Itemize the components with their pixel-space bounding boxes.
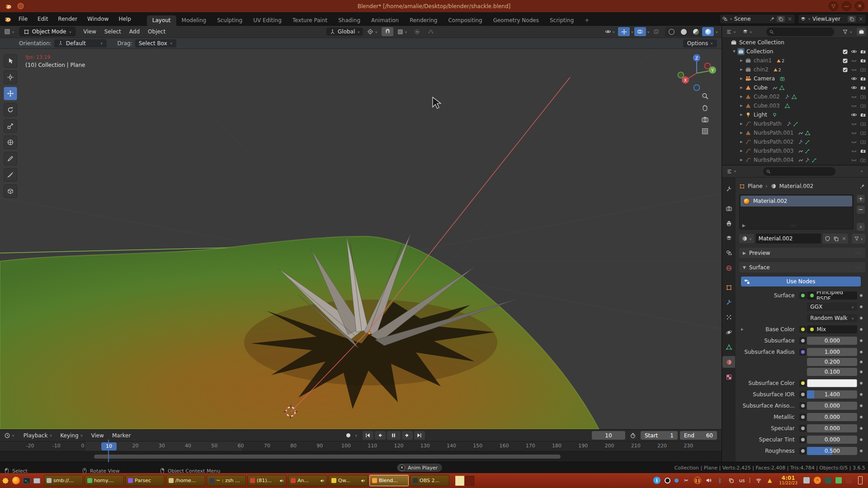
properties-options-dropdown[interactable]: ∨ — [860, 169, 863, 173]
properties-tab-modifiers[interactable] — [722, 296, 735, 308]
value-field[interactable]: 0.000 — [807, 337, 857, 345]
material-name-field[interactable]: Material.002 — [756, 234, 821, 244]
decorator-dot[interactable] — [857, 339, 865, 342]
camera-view-icon[interactable] — [701, 116, 709, 123]
timeline-menu-keying[interactable]: Keying∨ — [56, 430, 87, 441]
unlink-material-button[interactable]: × — [842, 235, 846, 242]
duplicate-material-button[interactable] — [833, 235, 839, 242]
properties-tab-texture[interactable] — [722, 371, 735, 383]
outliner-filter-mode-dropdown[interactable]: ∨ — [740, 28, 755, 36]
outliner-display-mode-dropdown[interactable]: ∨ — [724, 28, 738, 36]
pan-hand-icon[interactable] — [701, 104, 709, 112]
properties-tab-data[interactable] — [722, 341, 735, 353]
render-visibility-icon[interactable] — [860, 57, 866, 64]
overlays-toggle[interactable] — [634, 27, 646, 36]
outliner-item-cube-003[interactable]: ▶Cube.003 — [722, 101, 868, 110]
viewport-menu-object[interactable]: Object — [144, 26, 170, 38]
material-slot-item[interactable]: Material.002 — [741, 196, 852, 206]
outliner-item-nurbspath-001[interactable]: ▶NurbsPath.001 — [722, 128, 868, 137]
tool-measure[interactable] — [4, 168, 17, 182]
workspace-pager[interactable] — [455, 476, 474, 486]
eye-closed-icon[interactable] — [851, 103, 857, 109]
tool-annotate[interactable] — [4, 152, 17, 165]
show-desktop-button[interactable] — [858, 476, 863, 484]
snap-toggle[interactable] — [382, 27, 393, 36]
remove-slot-button[interactable]: − — [856, 205, 865, 214]
ortho-grid-icon[interactable] — [701, 127, 709, 135]
eye-closed-icon[interactable] — [851, 148, 857, 155]
window-titlebar[interactable]: Blender* [/home/amalie/Desktop/blender/s… — [0, 0, 868, 12]
outliner-item-nurbspath[interactable]: ▶NurbsPath — [722, 119, 868, 128]
tool-move[interactable] — [4, 87, 17, 100]
auto-key-dropdown[interactable]: ∨ — [355, 434, 358, 437]
current-frame-field[interactable]: 10 — [592, 431, 625, 440]
previous-keyframe-button[interactable] — [375, 431, 386, 440]
tool-rotate[interactable] — [4, 103, 17, 117]
viewport-menu-select[interactable]: Select — [100, 26, 125, 38]
task-button-blend-[interactable]: Blend... — [369, 475, 409, 486]
editor-type-button[interactable]: ∨ — [2, 28, 17, 36]
render-visibility-icon[interactable] — [860, 48, 866, 55]
pin-icon[interactable] — [859, 183, 865, 189]
stop-player-icon[interactable]: ✕ — [399, 465, 405, 471]
drag-dropdown[interactable]: Select Box ∨ — [135, 39, 176, 47]
breadcrumb-material[interactable]: Material.002 — [779, 183, 813, 189]
properties-tab-output[interactable] — [722, 217, 735, 229]
scene-selector[interactable]: ∨ Scene × — [720, 14, 795, 24]
render-disabled-icon[interactable] — [860, 94, 866, 100]
jump-to-start-button[interactable] — [363, 431, 373, 440]
outliner-item-nurbspath-003[interactable]: ▶NurbsPath.003 — [722, 146, 868, 155]
orientation-dropdown[interactable]: Default ∨ — [54, 39, 107, 47]
timeline-menu-marker[interactable]: Marker — [108, 430, 135, 441]
outliner-item-scene-collection[interactable]: Scene Collection — [722, 38, 868, 47]
breadcrumb-object[interactable]: Plane — [748, 183, 763, 189]
task-button--81-[interactable]: (81)... — [247, 475, 287, 486]
decorator-dot[interactable] — [857, 328, 865, 331]
outliner-item-nurbspath-004[interactable]: ▶NurbsPath.004 — [722, 155, 868, 164]
menu-help[interactable]: Help — [113, 12, 136, 26]
decorator-dot[interactable] — [857, 361, 865, 363]
task-button--zsh-[interactable]: ~ : zsh ... — [207, 475, 246, 486]
tray-app-icon-4[interactable] — [846, 477, 852, 483]
tab-rendering[interactable]: Rendering — [404, 15, 443, 26]
outliner-filter-dropdown[interactable]: ∨ — [840, 28, 854, 36]
decorator-dot[interactable] — [857, 404, 865, 407]
volume-tray-icon[interactable] — [705, 477, 712, 484]
task-button-horny-[interactable]: horny.... — [85, 475, 124, 486]
decorator-dot[interactable] — [857, 450, 865, 452]
properties-tab-object[interactable] — [722, 282, 735, 293]
disclosure-triangle-icon[interactable]: ▶ — [738, 86, 745, 89]
tab-layout[interactable]: Layout — [147, 15, 176, 26]
scene-copy-button[interactable] — [777, 16, 785, 22]
current-frame-indicator[interactable]: 10 — [101, 442, 117, 450]
clock[interactable]: 4:01 11/22/23 — [779, 475, 797, 486]
navigation-gizmo[interactable]: Z Y X — [676, 52, 717, 93]
render-visibility-icon[interactable] — [860, 84, 866, 91]
eye-open-icon[interactable] — [851, 48, 857, 55]
pivot-point-dropdown[interactable]: ∨ — [365, 28, 380, 36]
gizmo-toggle[interactable] — [618, 27, 630, 36]
value-field[interactable]: 0.000 — [807, 424, 857, 432]
disclosure-triangle-icon[interactable]: ▶ — [738, 149, 745, 153]
dropdown-field[interactable]: GGX∨ — [807, 303, 857, 311]
keying-set-icon[interactable] — [627, 431, 638, 440]
tool-cursor[interactable] — [4, 70, 17, 84]
scene-unlink-button[interactable]: × — [787, 16, 793, 22]
decorator-dot[interactable] — [857, 393, 865, 396]
xray-toggle[interactable] — [651, 27, 662, 36]
properties-editor-type-button[interactable]: ∨ — [724, 168, 739, 175]
shading-rendered-button[interactable] — [702, 27, 714, 36]
tray-app-icon-2[interactable] — [825, 477, 831, 483]
task-button--home-[interactable]: /home... — [166, 475, 205, 486]
properties-tab-render[interactable] — [722, 202, 735, 214]
frame-start-field[interactable]: Start1 — [641, 431, 678, 440]
outliner-item-nurbspath-002[interactable]: ▶NurbsPath.002 — [722, 137, 868, 146]
outliner-item-collection[interactable]: ▼Collection — [722, 47, 868, 56]
checkbox-icon[interactable] — [842, 57, 848, 64]
bluetooth-tray-icon[interactable]: ᛒ — [717, 477, 724, 484]
outliner-item-chain1[interactable]: ▶chain12 — [722, 56, 868, 65]
wifi-tray-icon[interactable] — [755, 477, 762, 484]
value-field[interactable]: 0.000 — [807, 436, 857, 444]
shading-solid-button[interactable] — [678, 27, 689, 36]
task-button-an-[interactable]: An... — [288, 475, 327, 486]
